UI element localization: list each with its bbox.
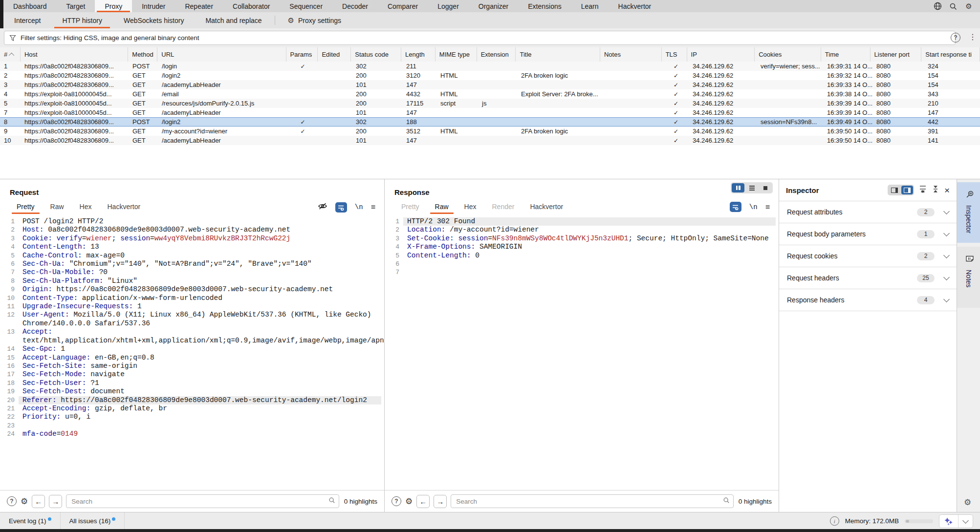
- chevron-down-icon[interactable]: [943, 252, 950, 258]
- chevron-down-icon[interactable]: [943, 230, 950, 236]
- layout-rows-button[interactable]: [745, 183, 758, 192]
- hide-eye-icon[interactable]: [318, 202, 327, 213]
- response-editor[interactable]: 1HTTP/2 302 Found2Location: /my-account?…: [385, 217, 776, 277]
- tab-http-history[interactable]: HTTP history: [51, 12, 112, 28]
- column-header-cookies[interactable]: Cookies: [755, 47, 821, 62]
- layout-single-button[interactable]: [759, 183, 772, 192]
- prev-match-button[interactable]: ←: [32, 495, 45, 508]
- chevron-down-icon[interactable]: [943, 296, 950, 302]
- inspector-dock-right-button[interactable]: [901, 186, 913, 194]
- sidebar-tab-inspector[interactable]: Inspector: [957, 182, 980, 243]
- response-search-input[interactable]: [451, 494, 733, 508]
- column-header-start-response-ti[interactable]: Start response ti: [921, 47, 980, 62]
- next-match-button[interactable]: →: [434, 495, 447, 508]
- table-row[interactable]: 9https://0a8c002f04828306809...GET/my-ac…: [0, 127, 980, 136]
- chevron-down-icon[interactable]: [943, 274, 950, 280]
- menu-tab-extensions[interactable]: Extensions: [518, 0, 571, 12]
- sidebar-gear-icon[interactable]: ⚙: [964, 497, 971, 507]
- next-match-button[interactable]: →: [49, 495, 62, 508]
- column-header-notes[interactable]: Notes: [600, 47, 662, 62]
- table-row[interactable]: 1https://0a8c002f04828306809...POST/logi…: [0, 62, 980, 71]
- column-header-title[interactable]: Title: [516, 47, 600, 62]
- editor-menu-icon[interactable]: ≡: [371, 203, 375, 212]
- column-header-ip[interactable]: IP: [687, 47, 755, 62]
- menu-tab-logger[interactable]: Logger: [428, 0, 469, 12]
- column-header-tls[interactable]: TLS: [662, 47, 687, 62]
- request-search-input[interactable]: [66, 494, 339, 508]
- globe-icon[interactable]: [933, 2, 942, 11]
- column-header-status-code[interactable]: Status code: [351, 47, 401, 62]
- word-wrap-icon[interactable]: [335, 202, 347, 213]
- response-tab-hex[interactable]: Hex: [457, 201, 483, 214]
- inspector-dock-left-button[interactable]: [889, 186, 900, 194]
- settings-gear-icon[interactable]: ⚙: [964, 2, 973, 11]
- table-row[interactable]: 7https://exploit-0a810000045d...GET/acad…: [0, 108, 980, 117]
- newline-chars-icon[interactable]: \n: [749, 203, 758, 211]
- event-log-button[interactable]: Event log (1): [0, 512, 61, 530]
- column-header-method[interactable]: Method: [128, 47, 157, 62]
- menu-tab-sequencer[interactable]: Sequencer: [280, 0, 332, 12]
- tab-intercept[interactable]: Intercept: [3, 12, 51, 28]
- column-header-host[interactable]: Host: [21, 47, 128, 62]
- editor-menu-icon[interactable]: ≡: [765, 203, 770, 212]
- menu-tab-proxy[interactable]: Proxy: [95, 0, 132, 12]
- burp-ai-icon[interactable]: [939, 515, 958, 528]
- search-settings-icon[interactable]: ⚙: [405, 496, 413, 506]
- filter-settings-bar[interactable]: Filter settings: Hiding CSS, image and g…: [4, 31, 956, 45]
- help-icon[interactable]: ?: [951, 33, 960, 43]
- info-icon[interactable]: i: [830, 516, 839, 526]
- table-row[interactable]: 3https://0a8c002f04828306809...GET/acade…: [0, 80, 980, 89]
- inspector-section-response-headers[interactable]: Response headers4: [779, 289, 957, 311]
- column-header-url[interactable]: URL: [157, 47, 286, 62]
- table-row[interactable]: 8https://0a8c002f04828306809...POST/logi…: [0, 117, 980, 127]
- menu-tab-hackvertor[interactable]: Hackvertor: [609, 0, 661, 12]
- tab-proxy-settings[interactable]: ⚙ Proxy settings: [277, 12, 352, 28]
- kebab-menu-icon[interactable]: ⋮: [969, 32, 977, 42]
- sidebar-tab-notes[interactable]: Notes: [957, 247, 980, 308]
- layout-columns-button[interactable]: [732, 183, 744, 192]
- table-row[interactable]: 4https://exploit-0a810000045d...GET/emai…: [0, 89, 980, 99]
- response-tab-raw[interactable]: Raw: [428, 201, 456, 214]
- menu-tab-dashboard[interactable]: Dashboard: [3, 0, 57, 12]
- tab-match-and-replace[interactable]: Match and replace: [195, 12, 272, 28]
- menu-tab-decoder[interactable]: Decoder: [332, 0, 378, 12]
- column-header-extension[interactable]: Extension: [477, 47, 516, 62]
- help-icon[interactable]: ?: [7, 496, 17, 506]
- menu-tab-organizer[interactable]: Organizer: [469, 0, 518, 12]
- menu-tab-repeater[interactable]: Repeater: [175, 0, 223, 12]
- inspector-section-request-body-parameters[interactable]: Request body parameters1: [779, 223, 957, 245]
- table-row[interactable]: 10https://0a8c002f04828306809...GET/acad…: [0, 136, 980, 145]
- chevron-down-icon[interactable]: [943, 208, 950, 214]
- newline-chars-icon[interactable]: \n: [355, 203, 363, 211]
- inspector-section-request-headers[interactable]: Request headers25: [779, 267, 957, 289]
- column-header-params[interactable]: Params: [286, 47, 318, 62]
- menu-tab-intruder[interactable]: Intruder: [132, 0, 175, 12]
- inspector-section-request-cookies[interactable]: Request cookies2: [779, 245, 957, 267]
- ai-dropdown-button[interactable]: [958, 515, 973, 528]
- column-header-[interactable]: #: [0, 47, 21, 62]
- column-header-time[interactable]: Time: [821, 47, 871, 62]
- prev-match-button[interactable]: ←: [416, 495, 430, 508]
- tab-websockets-history[interactable]: WebSockets history: [113, 12, 195, 28]
- table-row[interactable]: 5https://exploit-0a810000045d...GET/reso…: [0, 99, 980, 108]
- request-editor[interactable]: 1POST /login2 HTTP/22Host: 0a8c002f04828…: [0, 217, 381, 439]
- menu-tab-learn[interactable]: Learn: [571, 0, 609, 12]
- request-tab-hackvertor[interactable]: Hackvertor: [101, 201, 148, 214]
- search-icon[interactable]: [949, 2, 958, 11]
- column-header-mime-type[interactable]: MIME type: [436, 47, 477, 62]
- menu-tab-comparer[interactable]: Comparer: [378, 0, 428, 12]
- search-settings-icon[interactable]: ⚙: [21, 496, 28, 506]
- help-icon[interactable]: ?: [392, 496, 401, 506]
- request-tab-pretty[interactable]: Pretty: [10, 201, 42, 214]
- response-tab-hackvertor[interactable]: Hackvertor: [523, 201, 570, 214]
- column-header-edited[interactable]: Edited: [318, 47, 351, 62]
- all-issues-button[interactable]: All issues (16): [61, 512, 125, 530]
- inspector-section-request-attributes[interactable]: Request attributes2: [779, 201, 957, 223]
- column-header-listener-port[interactable]: Listener port: [871, 47, 922, 62]
- column-header-length[interactable]: Length: [401, 47, 436, 62]
- request-tab-raw[interactable]: Raw: [44, 201, 71, 214]
- menu-tab-target[interactable]: Target: [57, 0, 95, 12]
- close-icon[interactable]: ×: [944, 186, 950, 195]
- expand-all-icon[interactable]: [919, 185, 927, 195]
- collapse-all-icon[interactable]: [932, 185, 939, 195]
